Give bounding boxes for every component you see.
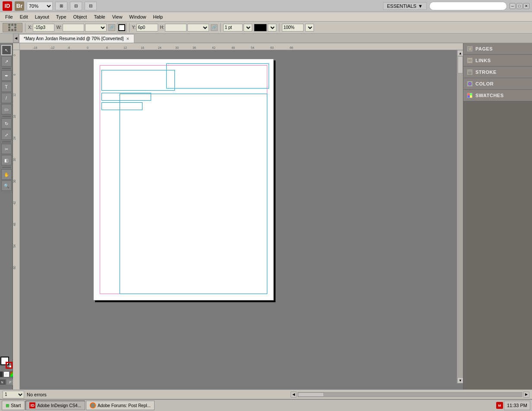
restore-button[interactable]: □ — [516, 3, 522, 9]
apply-color-btn[interactable] — [0, 371, 3, 377]
bridge-icon[interactable]: Br — [15, 1, 24, 11]
stroke-weight-input[interactable] — [223, 24, 243, 32]
swatches-panel-icon — [467, 92, 473, 98]
search-input[interactable] — [429, 2, 507, 10]
menu-view[interactable]: View — [109, 13, 126, 20]
w-input[interactable] — [63, 24, 84, 32]
rect-tool[interactable]: ▭ — [1, 104, 12, 114]
h-label: H: — [160, 25, 164, 30]
stroke-weight-select[interactable]: ▼ — [244, 24, 252, 32]
scroll-track-h — [298, 392, 522, 397]
selection-tool[interactable]: ↖ — [1, 45, 12, 55]
color-panel: COLOR — [463, 78, 532, 90]
h-input[interactable] — [165, 24, 187, 32]
zoom-percent-input[interactable] — [282, 24, 304, 32]
start-icon: ⊞ — [6, 403, 9, 408]
stroke-panel-icon — [467, 69, 473, 75]
indesign-taskbar-icon: ID — [29, 402, 35, 408]
start-button[interactable]: ⊞ Start — [2, 401, 25, 410]
w-unit-select[interactable] — [85, 24, 107, 32]
direct-select-tool[interactable]: ↗ — [1, 56, 12, 66]
browser-taskbar-item[interactable]: 🌐 Adobe Forums: Post Repl... — [86, 401, 155, 410]
menu-layout[interactable]: Layout — [32, 13, 53, 20]
x-input[interactable] — [33, 24, 54, 32]
tab-label: *Mary Ann Jordan Resume.indd @ 70% [Conv… — [24, 36, 124, 41]
text-frame-1[interactable] — [101, 70, 175, 91]
chain-icon[interactable]: 🔗 — [108, 24, 115, 31]
main-content-frame[interactable] — [120, 94, 267, 294]
pages-panel-header[interactable]: PAGES — [463, 43, 532, 54]
links-panel-header[interactable]: LINKS — [463, 55, 532, 66]
menu-help[interactable]: Help — [149, 13, 166, 20]
menu-type[interactable]: Type — [53, 13, 70, 20]
page-number-select[interactable]: 1 — [3, 391, 24, 398]
menu-edit[interactable]: Edit — [16, 13, 32, 20]
stroke-panel-header[interactable]: STROKE — [463, 66, 532, 78]
scroll-right-btn[interactable]: ▶ — [523, 392, 529, 398]
swatches-panel-label: SWATCHES — [475, 93, 504, 98]
rotate-tool[interactable]: ↻ — [1, 118, 12, 129]
y-label: Y: — [132, 25, 136, 30]
svg-rect-11 — [468, 95, 470, 98]
stroke-color-box[interactable] — [6, 362, 13, 369]
normal-view-btn[interactable]: N — [0, 379, 6, 385]
essentials-button[interactable]: ESSENTIALS ▼ — [383, 2, 427, 10]
m-icon: M — [496, 402, 503, 409]
document-page[interactable] — [93, 59, 274, 300]
document-tab[interactable]: *Mary Ann Jordan Resume.indd @ 70% [Conv… — [19, 34, 134, 43]
close-button[interactable]: ✕ — [523, 3, 529, 9]
right-panel: PAGES LINKS STROKE — [463, 43, 532, 389]
menu-file[interactable]: File — [2, 13, 16, 20]
tab-scroll-left[interactable]: ◀ — [13, 33, 19, 43]
scroll-up-btn[interactable]: ▲ — [457, 50, 463, 56]
svg-rect-12 — [470, 95, 472, 98]
color-panel-label: COLOR — [475, 81, 494, 86]
app-icon: ID — [3, 1, 12, 11]
ruler-vertical: 0 6 12 18 24 30 36 42 48 54 60 — [13, 50, 20, 389]
status-bar: 1 No errors ◀ ▶ — [0, 389, 532, 399]
ruler-horizontal: -18 -12 -6 0 6 12 18 24 30 36 42 48 54 6… — [20, 43, 463, 50]
system-tray: M 11:33 PM — [496, 401, 530, 410]
pages-panel: PAGES — [463, 43, 532, 55]
canvas-area: -18 -12 -6 0 6 12 18 24 30 36 42 48 54 6… — [13, 43, 463, 389]
scissors-tool[interactable]: ✂ — [1, 144, 12, 154]
title-bar: ID Br 70% 100% 150% ⊞ ⊟ ⊟ ESSENTIALS ▼ ─… — [0, 0, 532, 12]
transform-origin-widget[interactable] — [3, 23, 22, 32]
stroke-color-select[interactable]: ▼ — [268, 24, 276, 32]
options-bar: X: W: 🔗 Y: H: 🔗 ▼ ▼ ▼ — [0, 22, 532, 34]
color-panel-header[interactable]: COLOR — [463, 78, 532, 89]
line-tool[interactable]: / — [1, 93, 12, 103]
apply-none-btn[interactable]: ⊘ — [3, 371, 10, 377]
gradient-tool[interactable]: ◧ — [1, 155, 12, 165]
scrollbar-vertical[interactable]: ▲ ▼ — [457, 50, 463, 383]
scroll-left-btn[interactable]: ◀ — [291, 392, 297, 398]
menu-table[interactable]: Table — [90, 13, 108, 20]
chain-icon2[interactable]: 🔗 — [211, 24, 218, 31]
swatches-panel-header[interactable]: SWATCHES — [463, 90, 532, 101]
scroll-thumb-h[interactable] — [298, 392, 324, 397]
view-mode-btn2[interactable]: ⊟ — [70, 2, 82, 10]
scroll-thumb-v[interactable] — [458, 56, 463, 73]
stroke-color-swatch[interactable] — [254, 24, 267, 32]
tab-close-btn[interactable]: ✕ — [126, 37, 130, 41]
view-mode-btn3[interactable]: ⊟ — [85, 2, 97, 10]
y-input[interactable] — [136, 24, 158, 32]
zoom-percent-select[interactable]: ▼ — [305, 24, 314, 32]
indesign-taskbar-label: Adobe InDesign CS4... — [37, 403, 81, 408]
view-mode-btn1[interactable]: ⊞ — [55, 2, 67, 10]
scroll-down-btn[interactable]: ▼ — [457, 377, 463, 383]
zoom-select[interactable]: 70% 100% 150% — [27, 2, 53, 10]
scrollbar-horizontal-area: ◀ ▶ — [291, 392, 529, 398]
chevron-down-icon: ▼ — [418, 3, 423, 9]
minimize-button[interactable]: ─ — [510, 3, 516, 9]
indesign-taskbar-item[interactable]: ID Adobe InDesign CS4... — [25, 401, 85, 410]
zoom-tool[interactable]: 🔍 — [1, 180, 12, 191]
h-unit-select[interactable] — [187, 24, 209, 32]
menu-bar: File Edit Layout Type Object Table View … — [0, 12, 532, 22]
menu-window[interactable]: Window — [126, 13, 149, 20]
scale-tool[interactable]: ⤢ — [1, 130, 12, 140]
menu-object[interactable]: Object — [70, 13, 91, 20]
type-tool[interactable]: T — [1, 82, 12, 92]
pen-tool[interactable]: ✒ — [1, 70, 12, 81]
hand-tool[interactable]: ✋ — [1, 169, 12, 180]
